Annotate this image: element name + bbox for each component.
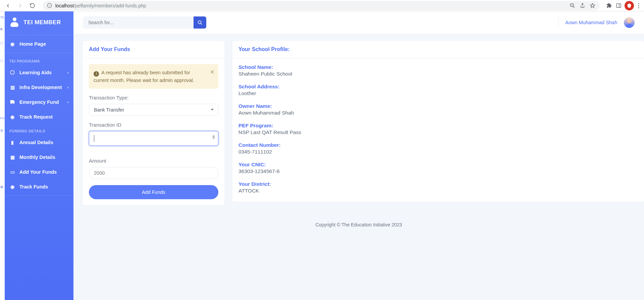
user-icon [9,17,19,28]
transaction-id-input[interactable] [89,131,218,146]
browser-toolbar: localhost/peffamily/members/add-funds.ph… [0,0,644,11]
eye-icon: ◉ [9,184,15,189]
main-area: Aown Muhammad Shah Add Your Funds i A re… [73,11,644,300]
chevron-right-icon: › [67,70,69,75]
label-owner-name: Owner Name: [238,103,638,109]
site-info-icon [47,3,52,8]
label-pef-program: PEF Program: [238,123,638,129]
topbar: Aown Muhammad Shah [73,11,644,34]
label-school-address: School Address: [238,84,638,90]
sidebar-item-label: Emergency Fund [19,99,59,105]
sidebar-item-home[interactable]: ◉ Home Page [5,37,73,51]
bookmark-star-icon[interactable] [589,2,596,9]
amount-input[interactable] [89,167,218,179]
sidebar-item-label: Track Request [19,114,53,120]
sidebar-section-funding: FUNDING DETAILS [5,124,73,135]
sidebar-item-track-request[interactable]: ◉ Track Request [5,110,73,124]
eye-icon: ◉ [9,114,15,120]
forward-button[interactable] [15,1,25,10]
card-title: Add Your Funds [83,41,224,58]
panel-icon[interactable] [615,2,622,9]
sidebar-item-label: Annual Details [19,140,53,145]
svg-line-4 [573,6,574,8]
svg-point-12 [198,20,201,24]
sidebar-item-label: Track Funds [19,184,48,189]
label-school-name: School Name: [238,64,638,70]
profile-avatar-browser[interactable] [625,1,634,10]
sidebar-item-add-funds[interactable]: ▭ Add Your Funds [5,165,73,179]
sidebar-item-annual-details[interactable]: ▮ Annual Details [5,135,73,150]
zoom-icon[interactable] [569,2,576,9]
label-contact-number: Contact Number: [238,142,638,148]
sidebar-item-label: Learning Aids [19,70,52,75]
label-district: Your District: [238,181,638,187]
svg-point-11 [638,7,639,8]
svg-line-13 [201,24,202,25]
sidebar-item-label: Monthly Details [19,155,55,160]
building-icon: ▥ [9,85,15,90]
value-school-name: Shaheen Public School [238,71,638,77]
card-title: Your School Profile: [232,41,644,58]
sidebar-item-label: Infra Development [19,85,62,90]
profile-card: Your School Profile: School Name: Shahee… [232,41,644,202]
value-cnic: 36303-1234567-8 [238,168,638,174]
divider [558,17,558,28]
sidebar: TEI MEMBER ◉ Home Page TEI PROGRAMS 🖵 Le… [5,11,73,300]
sidebar-item-infra-dev[interactable]: ▥ Infra Development › [5,80,73,95]
value-pef-program: NSP Last QAT Result Pass [238,129,638,135]
text-cursor [94,135,94,142]
svg-rect-7 [616,4,621,7]
back-button[interactable] [3,1,13,10]
search-icon [198,20,203,25]
sidebar-section-programs: TEI PROGRAMS [5,54,73,65]
svg-marker-6 [590,3,595,7]
sidebar-item-track-funds[interactable]: ◉ Track Funds [5,179,73,194]
reload-button[interactable] [28,1,37,10]
avatar[interactable] [624,17,635,28]
svg-point-10 [638,5,639,6]
add-funds-card: Add Your Funds i A request has already b… [83,41,224,205]
value-district: ATTOCK [238,188,638,194]
extensions-icon[interactable] [606,2,612,9]
value-owner-name: Aown Muhammad Shah [238,110,638,116]
label-cnic: Your CNIC: [238,162,638,168]
add-funds-button[interactable]: Add Funds [89,185,218,199]
truck-icon: ⛟ [9,99,15,105]
chart-icon: ▮ [9,140,15,145]
sidebar-item-monthly-details[interactable]: ▦ Monthly Details [5,150,73,165]
info-icon: i [94,71,99,77]
label-amount: Amount [89,158,218,164]
alert-warning: i A request has already been submitted f… [89,64,218,89]
dashboard-icon: ◉ [9,41,15,47]
money-icon: ▭ [9,169,15,175]
svg-point-9 [638,3,639,4]
alert-message: A request has already been submitted for… [94,70,194,83]
search-input[interactable] [83,16,194,29]
value-school-address: Loother [238,90,638,96]
collapsed-panel: TE ◐ ▢ ▢ FU ▥ ▦ [0,11,5,300]
table-icon: ▦ [9,155,15,160]
share-icon[interactable] [579,2,586,9]
close-icon[interactable]: ✕ [210,68,214,77]
url-text: localhost/peffamily/members/add-funds.ph… [55,3,146,8]
footer-text: Copyright © The Education Initiative 202… [73,213,644,241]
label-transaction-id: Transaction ID [89,122,218,128]
sidebar-item-label: Home Page [19,41,46,47]
chevron-right-icon: › [67,100,69,104]
transaction-type-select[interactable]: Bank Transfer [89,104,218,116]
sidebar-item-emergency-fund[interactable]: ⛟ Emergency Fund › [5,95,73,110]
address-bar[interactable]: localhost/peffamily/members/add-funds.ph… [43,1,600,10]
chevron-right-icon: › [67,85,69,90]
brand: TEI MEMBER [5,16,73,34]
search-button[interactable] [194,16,206,29]
kebab-menu-icon[interactable] [637,2,641,9]
username-label[interactable]: Aown Muhammad Shah [565,20,617,25]
sidebar-item-learning-aids[interactable]: 🖵 Learning Aids › [5,65,73,80]
value-contact-number: 0345-7111102 [238,149,638,155]
sidebar-item-label: Add Your Funds [19,169,57,175]
label-transaction-type: Transaction Type: [89,95,218,100]
monitor-icon: 🖵 [9,70,15,75]
brand-text: TEI MEMBER [23,19,61,26]
